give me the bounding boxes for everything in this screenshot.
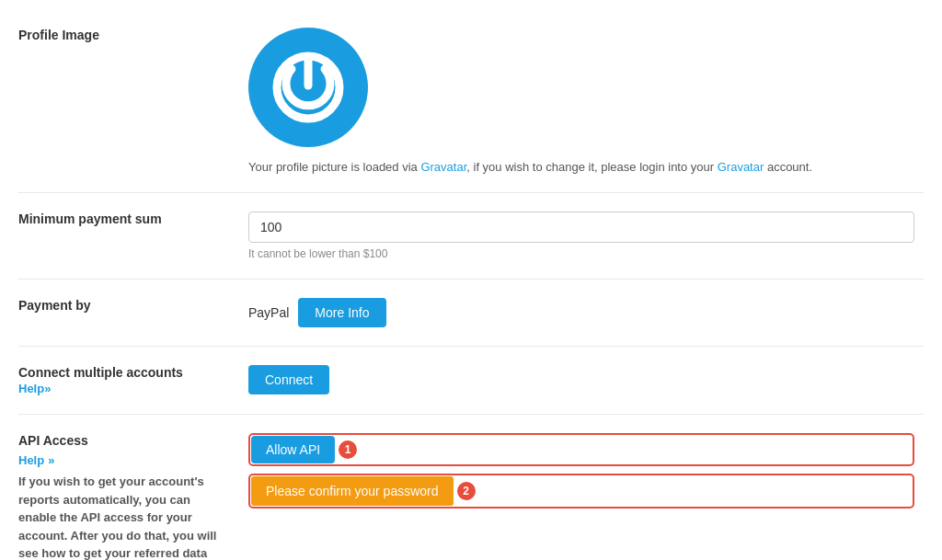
paypal-label: PayPal	[248, 305, 289, 320]
allow-api-wrapper: Allow API 1	[248, 433, 914, 466]
page-container: Profile Image Your profile pic	[0, 0, 942, 560]
power-icon	[271, 51, 345, 124]
gravatar-link-2[interactable]: Gravatar	[718, 160, 764, 174]
payment-by-value: PayPal More Info	[239, 280, 924, 347]
allow-api-badge: 1	[339, 440, 357, 459]
profile-image-label: Profile Image	[18, 9, 239, 193]
connect-accounts-value: Connect	[239, 347, 924, 415]
payment-by-content: PayPal More Info	[248, 298, 914, 327]
api-access-label-col: API Access Help If you wish to get your …	[18, 415, 239, 561]
profile-description: Your profile picture is loaded via Grava…	[248, 160, 914, 174]
api-access-label: API Access	[18, 433, 230, 448]
payment-by-row: Payment by PayPal More Info	[18, 280, 924, 347]
min-payment-hint: It cannot be lower than $100	[248, 247, 914, 260]
connect-button[interactable]: Connect	[248, 365, 329, 394]
connect-accounts-row: Connect multiple accounts Help » Connect	[18, 347, 924, 415]
confirm-password-wrapper: Please confirm your password 2	[248, 474, 914, 509]
more-info-button[interactable]: More Info	[298, 298, 385, 327]
api-access-value: Allow API 1 Please confirm your password…	[239, 415, 924, 561]
connect-accounts-label: Connect multiple accounts	[18, 365, 230, 380]
payment-by-label: Payment by	[18, 280, 239, 347]
min-payment-value: It cannot be lower than $100	[239, 193, 924, 280]
api-help-link[interactable]: Help	[18, 453, 54, 467]
allow-api-button[interactable]: Allow API	[251, 436, 335, 463]
api-buttons-area: Allow API 1 Please confirm your password…	[248, 433, 914, 509]
min-payment-label: Minimum payment sum	[18, 193, 239, 280]
profile-image-row: Profile Image Your profile pic	[18, 9, 924, 193]
min-payment-input[interactable]	[248, 211, 914, 243]
confirm-password-badge: 2	[457, 482, 476, 500]
connect-help-link[interactable]: Help »	[18, 382, 51, 395]
connect-accounts-label-col: Connect multiple accounts Help »	[18, 347, 239, 415]
profile-avatar	[248, 28, 368, 147]
min-payment-row: Minimum payment sum It cannot be lower t…	[18, 193, 924, 280]
gravatar-link-1[interactable]: Gravatar	[420, 160, 466, 174]
confirm-password-button[interactable]: Please confirm your password	[251, 476, 454, 506]
api-access-row: API Access Help If you wish to get your …	[18, 415, 924, 561]
settings-table: Profile Image Your profile pic	[18, 9, 924, 560]
profile-image-value: Your profile picture is loaded via Grava…	[239, 9, 924, 193]
api-description: If you wish to get your account's report…	[18, 473, 230, 560]
